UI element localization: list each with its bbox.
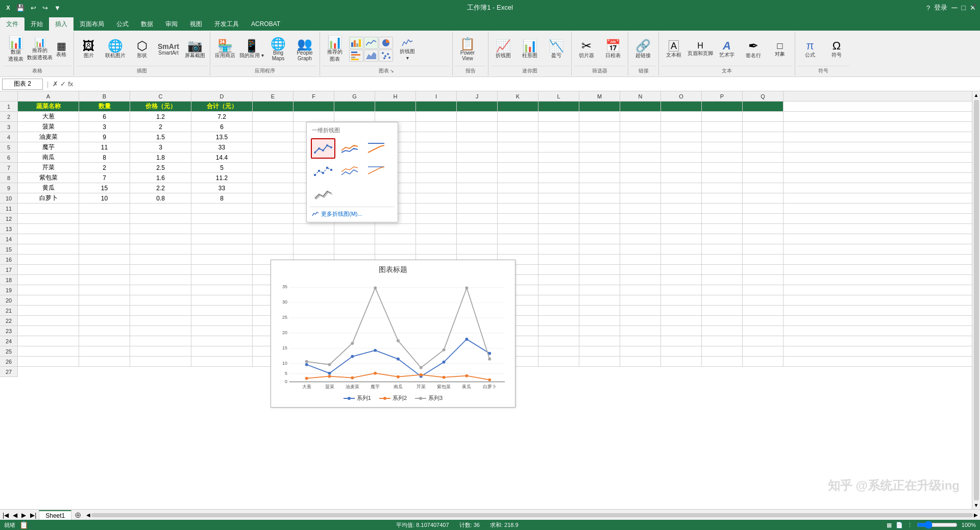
cell-i8[interactable] — [416, 173, 457, 183]
tab-review[interactable]: 审阅 — [159, 17, 184, 31]
add-sheet-btn[interactable]: ⊕ — [71, 510, 84, 520]
cell-m7[interactable] — [579, 163, 620, 172]
cell-e2[interactable] — [253, 112, 293, 121]
row-num-21[interactable]: 21 — [0, 306, 17, 316]
cell-p9[interactable] — [702, 183, 743, 193]
cell-j10[interactable] — [457, 193, 498, 203]
col-header-k[interactable]: K — [498, 91, 538, 101]
scroll-down-btn[interactable]: ▼ — [973, 501, 980, 509]
cell-l1[interactable] — [538, 102, 579, 111]
cell-j3[interactable] — [457, 122, 498, 132]
cell-m2[interactable] — [579, 112, 620, 121]
cell-c9[interactable]: 2.2 — [130, 183, 191, 193]
cell-q7[interactable] — [743, 163, 783, 172]
cell-c5[interactable]: 3 — [130, 142, 191, 152]
cell-b10[interactable]: 10 — [79, 193, 130, 203]
cell-a10[interactable]: 白萝卜 — [18, 193, 79, 203]
cell-n9[interactable] — [620, 183, 661, 193]
chart-type-stacked-line-marker-btn[interactable] — [337, 161, 362, 181]
sparkline-line-btn[interactable]: 📈 折线图 — [491, 39, 516, 60]
chart-type-stacked-line-btn[interactable] — [337, 138, 362, 159]
cell-b5[interactable]: 11 — [79, 142, 130, 152]
cell-c6[interactable]: 1.8 — [130, 153, 191, 162]
header-cell-a1[interactable]: 蔬菜名称 — [18, 102, 79, 111]
row-num-5[interactable]: 5 — [0, 142, 17, 153]
picture-btn[interactable]: 🖼 图片 — [76, 39, 102, 60]
cell-m4[interactable] — [579, 132, 620, 142]
cell-i1[interactable] — [416, 102, 457, 111]
sparkline-column-btn[interactable]: 📊 柱形图 — [517, 39, 543, 60]
col-header-j[interactable]: J — [457, 91, 498, 101]
cell-l9[interactable] — [538, 183, 579, 193]
name-box[interactable] — [2, 79, 43, 90]
charts-group-expand[interactable]: ↘ — [390, 68, 394, 73]
screenshot-btn[interactable]: 📷 屏幕截图 — [182, 39, 208, 60]
cell-l5[interactable] — [538, 142, 579, 152]
cell-l3[interactable] — [538, 122, 579, 132]
col-header-o[interactable]: O — [661, 91, 702, 101]
cell-e10[interactable] — [253, 193, 293, 203]
cell-l7[interactable] — [538, 163, 579, 172]
my-apps-btn[interactable]: 📱 我的应用 ▾ — [239, 39, 264, 60]
cell-c8[interactable]: 1.6 — [130, 173, 191, 183]
other-charts-btn[interactable]: 折线图▾ — [395, 37, 420, 62]
cell-o10[interactable] — [661, 193, 702, 203]
wordart-btn[interactable]: A 艺术字 — [714, 39, 740, 60]
cell-n1[interactable] — [620, 102, 661, 111]
cell-d8[interactable]: 11.2 — [191, 173, 253, 183]
object-btn[interactable]: □ 对象 — [767, 40, 793, 59]
cell-d2[interactable]: 7.2 — [191, 112, 253, 121]
cell-p1[interactable] — [702, 102, 743, 111]
table-btn[interactable]: ▦ 表格 — [51, 40, 71, 59]
row-num-27[interactable]: 27 — [0, 367, 17, 377]
row-num-25[interactable]: 25 — [0, 346, 17, 357]
col-header-g[interactable]: G — [334, 91, 375, 101]
col-header-d[interactable]: D — [191, 91, 253, 101]
cell-n3[interactable] — [620, 122, 661, 132]
row-num-24[interactable]: 24 — [0, 336, 17, 346]
cell-q2[interactable] — [743, 112, 783, 121]
more-charts-link[interactable]: 更多折线图(M)... — [310, 209, 395, 219]
cell-i2[interactable] — [416, 112, 457, 121]
cell-d10[interactable]: 8 — [191, 193, 253, 203]
undo-quick-btn[interactable]: ↩ — [29, 3, 38, 13]
cell-a7[interactable]: 芹菜 — [18, 163, 79, 172]
cell-c3[interactable]: 2 — [130, 122, 191, 132]
col-header-l[interactable]: L — [538, 91, 579, 101]
chart-type-100-stacked-line-btn[interactable] — [364, 138, 388, 159]
cell-q6[interactable] — [743, 153, 783, 162]
tab-file[interactable]: 文件 — [0, 17, 24, 31]
row-num-13[interactable]: 13 — [0, 224, 17, 234]
zoom-slider[interactable] — [917, 521, 958, 529]
signature-line-btn[interactable]: ✒ 签名行 — [741, 39, 766, 60]
cell-i9[interactable] — [416, 183, 457, 193]
scatter-chart-btn[interactable] — [379, 49, 393, 62]
cell-d5[interactable]: 33 — [191, 142, 253, 152]
row-num-17[interactable]: 17 — [0, 265, 17, 275]
redo-quick-btn[interactable]: ↪ — [40, 3, 50, 13]
question-btn[interactable]: ? — [926, 4, 930, 12]
cell-a5[interactable]: 魔芋 — [18, 142, 79, 152]
cell-b9[interactable]: 15 — [79, 183, 130, 193]
tab-data[interactable]: 数据 — [135, 17, 159, 31]
cell-m6[interactable] — [579, 153, 620, 162]
cell-d9[interactable]: 33 — [191, 183, 253, 193]
row-num-22[interactable]: 22 — [0, 316, 17, 326]
timeline-btn[interactable]: 📅 日程表 — [600, 39, 626, 60]
row-num-9[interactable]: 9 — [0, 183, 17, 193]
cell-f2[interactable] — [293, 112, 334, 121]
cell-e1[interactable] — [253, 102, 293, 111]
cell-o8[interactable] — [661, 173, 702, 183]
row-num-20[interactable]: 20 — [0, 295, 17, 306]
cell-b6[interactable]: 8 — [79, 153, 130, 162]
row-num-23[interactable]: 23 — [0, 326, 17, 336]
cell-q5[interactable] — [743, 142, 783, 152]
row-num-6[interactable]: 6 — [0, 153, 17, 163]
horizontal-scrollbar[interactable]: ◀ ▶ — [86, 512, 978, 518]
cell-p5[interactable] — [702, 142, 743, 152]
people-graph-btn[interactable]: 👥 PeopleGraph — [292, 37, 317, 62]
formula-input[interactable] — [75, 79, 978, 90]
cell-b8[interactable]: 7 — [79, 173, 130, 183]
insert-function-btn[interactable]: fx — [68, 80, 73, 88]
sheet-tab-sheet1[interactable]: Sheet1 — [39, 510, 71, 520]
